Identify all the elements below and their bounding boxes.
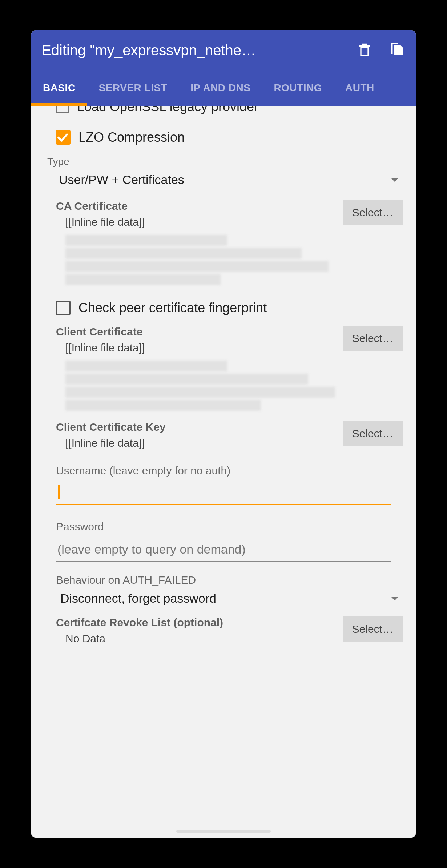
truncated-option-row[interactable]: Load OpenSSL legacy provider: [56, 106, 407, 117]
checkbox-icon[interactable]: [56, 106, 69, 113]
page-title: Editing "my_expressvpn_nethe…: [41, 42, 342, 59]
auth-failed-value: Disconnect, forget password: [60, 591, 216, 606]
client-cert-select-button[interactable]: Select…: [343, 326, 403, 351]
crl-value: No Data: [65, 632, 223, 645]
app-screen: Editing "my_expressvpn_nethe… BASIC SERV…: [31, 30, 416, 838]
type-field: Type User/PW + Certificates: [40, 156, 407, 190]
password-input[interactable]: [56, 539, 391, 562]
peer-fingerprint-row[interactable]: Check peer certificate fingerprint: [56, 300, 407, 316]
type-value: User/PW + Certificates: [59, 173, 184, 187]
password-label: Password: [56, 521, 391, 533]
password-field-block: Password: [40, 521, 407, 562]
auth-failed-field: Behaviour on AUTH_FAILED Disconnect, for…: [40, 574, 407, 608]
tab-basic[interactable]: BASIC: [31, 70, 87, 106]
client-key-block: Client Certificate Key [[Inline file dat…: [40, 421, 407, 449]
chevron-down-icon: [391, 178, 398, 182]
app-bar: Editing "my_expressvpn_nethe… BASIC SERV…: [31, 30, 416, 106]
crl-title: Certifcate Revoke List (optional): [56, 616, 223, 629]
home-indicator-icon[interactable]: [176, 830, 271, 833]
truncated-option-label: Load OpenSSL legacy provider: [77, 106, 258, 114]
username-label: Username (leave empty for no auth): [56, 465, 391, 477]
ca-certificate-title: CA Certificate: [56, 200, 145, 212]
chevron-down-icon: [391, 597, 398, 600]
lzo-compression-label: LZO Compression: [78, 130, 185, 145]
client-certificate-data-redacted: [65, 361, 403, 411]
client-certificate-title: Client Certificate: [56, 326, 145, 338]
client-key-value: [[Inline file data]]: [65, 437, 166, 449]
client-certificate-block: Client Certificate [[Inline file data]] …: [40, 326, 407, 411]
type-dropdown[interactable]: User/PW + Certificates: [47, 170, 407, 190]
tab-auth[interactable]: AUTH: [334, 70, 386, 106]
crl-block: Certifcate Revoke List (optional) No Dat…: [40, 616, 407, 645]
tab-ip-dns[interactable]: IP AND DNS: [179, 70, 262, 106]
username-field-block: Username (leave empty for no auth): [40, 465, 407, 505]
tab-server-list[interactable]: SERVER LIST: [87, 70, 179, 106]
client-certificate-value: [[Inline file data]]: [65, 342, 145, 354]
content-area[interactable]: Load OpenSSL legacy provider LZO Compres…: [31, 106, 416, 838]
type-label: Type: [47, 156, 407, 168]
ca-certificate-data-redacted: [65, 235, 403, 285]
client-key-select-button[interactable]: Select…: [343, 421, 403, 446]
client-key-title: Client Certificate Key: [56, 421, 166, 433]
lzo-compression-row[interactable]: LZO Compression: [56, 130, 407, 145]
ca-certificate-value: [[Inline file data]]: [65, 216, 145, 228]
copy-icon[interactable]: [387, 41, 406, 59]
username-input[interactable]: [56, 483, 391, 505]
checkbox-checked-icon[interactable]: [56, 130, 71, 145]
checkbox-unchecked-icon[interactable]: [56, 301, 71, 315]
tab-bar: BASIC SERVER LIST IP AND DNS ROUTING AUT…: [31, 70, 416, 106]
auth-failed-label: Behaviour on AUTH_FAILED: [56, 574, 407, 586]
delete-icon[interactable]: [355, 41, 374, 59]
ca-select-button[interactable]: Select…: [343, 200, 403, 225]
text-cursor-icon: [58, 485, 60, 499]
tab-routing[interactable]: ROUTING: [262, 70, 334, 106]
ca-certificate-block: CA Certificate [[Inline file data]] Sele…: [40, 200, 407, 285]
crl-select-button[interactable]: Select…: [343, 616, 403, 642]
peer-fingerprint-label: Check peer certificate fingerprint: [78, 300, 267, 316]
auth-failed-dropdown[interactable]: Disconnect, forget password: [56, 588, 407, 608]
